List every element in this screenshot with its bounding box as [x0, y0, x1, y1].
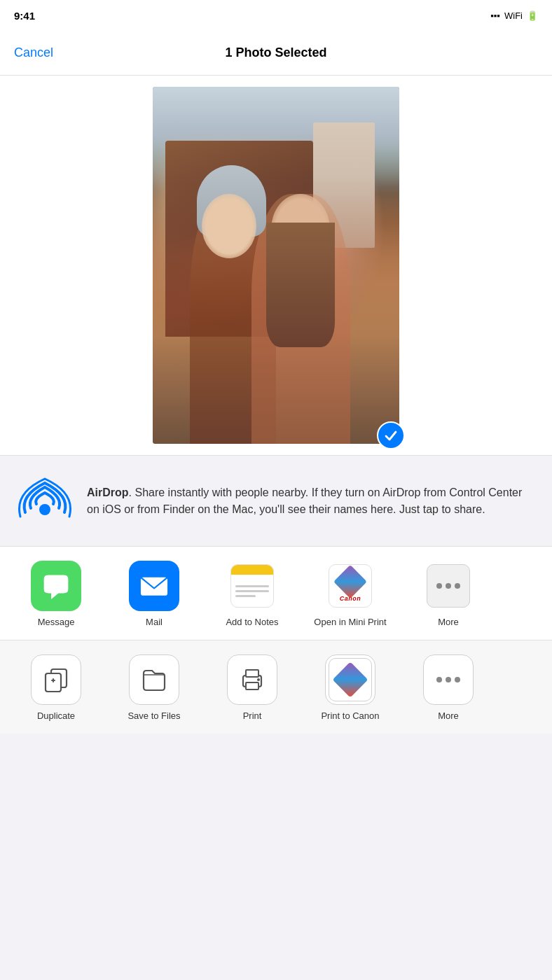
svg-rect-10 [246, 682, 258, 690]
share-apps-row: Message Mail [0, 547, 552, 640]
action-more-label: More [438, 710, 459, 722]
print-icon [227, 654, 277, 705]
status-icons: ▪▪▪ WiFi 🔋 [490, 10, 538, 21]
wifi-icon: WiFi [504, 10, 523, 21]
svg-rect-9 [246, 670, 258, 677]
action-item-more[interactable]: More [399, 654, 497, 722]
nav-bar: Cancel 1 Photo Selected [0, 31, 552, 76]
battery-icon: 🔋 [527, 10, 538, 21]
status-bar: 9:41 ▪▪▪ WiFi 🔋 [0, 0, 552, 31]
page-title: 1 Photo Selected [225, 46, 326, 60]
save-files-icon [129, 654, 179, 705]
action-duplicate-label: Duplicate [37, 710, 75, 722]
share-item-more[interactable]: More [399, 561, 497, 629]
notes-icon [227, 561, 277, 611]
svg-point-0 [39, 504, 50, 515]
share-message-label: Message [38, 617, 75, 629]
signal-icon: ▪▪▪ [490, 10, 500, 21]
more-actions-icon [423, 654, 474, 705]
action-item-print[interactable]: Print [203, 654, 301, 722]
airdrop-description: AirDrop. Share instantly with people nea… [87, 484, 535, 518]
selected-photo [153, 87, 399, 444]
action-item-print-canon[interactable]: Print to Canon [301, 654, 399, 722]
share-item-mail[interactable]: Mail [105, 561, 203, 629]
more-apps-icon [423, 561, 474, 611]
airdrop-name: AirDrop [87, 486, 129, 498]
cancel-button[interactable]: Cancel [14, 46, 53, 60]
share-canon-mini-label: Open in Mini Print [314, 617, 386, 629]
share-mail-label: Mail [146, 617, 163, 629]
photo-area [0, 76, 552, 456]
action-item-save-files[interactable]: Save to Files [105, 654, 203, 722]
svg-point-11 [257, 678, 260, 681]
duplicate-icon [31, 654, 81, 705]
share-item-message[interactable]: Message [7, 561, 105, 629]
message-icon [31, 561, 81, 611]
mail-icon [129, 561, 179, 611]
airdrop-icon [17, 473, 73, 529]
status-time: 9:41 [14, 10, 35, 22]
action-print-canon-label: Print to Canon [321, 710, 379, 722]
action-row: Duplicate Save to Files Pr [0, 640, 552, 734]
share-notes-label: Add to Notes [226, 617, 278, 629]
share-item-canon-mini[interactable]: Canon Open in Mini Print [301, 561, 399, 629]
action-print-label: Print [243, 710, 262, 722]
photo-wrapper [153, 87, 399, 444]
share-item-notes[interactable]: Add to Notes [203, 561, 301, 629]
action-item-duplicate[interactable]: Duplicate [7, 654, 105, 722]
action-save-files-label: Save to Files [127, 710, 180, 722]
airdrop-section[interactable]: AirDrop. Share instantly with people nea… [0, 456, 552, 547]
canon-mini-icon: Canon [325, 561, 375, 611]
print-canon-icon [325, 654, 375, 705]
selection-check-badge [377, 421, 405, 449]
share-more-label: More [438, 617, 459, 629]
